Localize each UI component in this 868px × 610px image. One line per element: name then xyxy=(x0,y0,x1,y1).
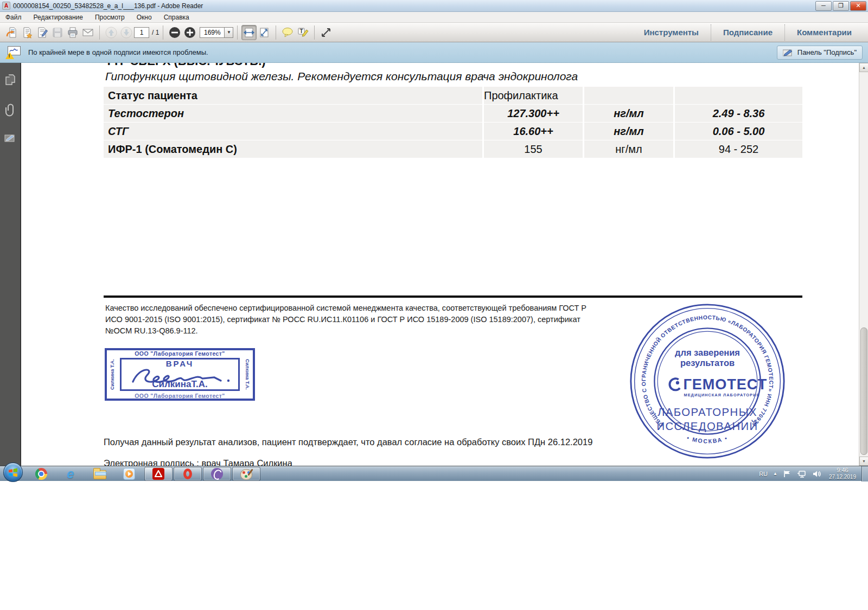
clock[interactable]: 9:46 27.12.2019 xyxy=(827,467,858,480)
page-thumbnails-icon xyxy=(5,74,16,86)
taskbar-explorer-button[interactable] xyxy=(86,467,114,481)
next-page-icon xyxy=(120,26,133,39)
clock-date: 27.12.2019 xyxy=(829,474,856,480)
row-value: 155 xyxy=(484,140,583,158)
paperclip-icon xyxy=(5,103,16,117)
stamp-center-line2: ИССЛЕДОВАНИЙ xyxy=(656,420,758,432)
chrome-icon xyxy=(35,468,47,480)
signature-panel-button-label: Панель "Подпись" xyxy=(797,48,857,56)
windows-flag-icon xyxy=(8,468,18,477)
zoom-in-icon xyxy=(183,26,196,39)
stamp-doctor-name: СилкинаТ.А. xyxy=(107,379,253,390)
vertical-scrollbar[interactable]: ▲ ▼ xyxy=(859,63,868,466)
tab-comment[interactable]: Комментарии xyxy=(785,28,864,37)
table-row: ИФР-1 (Соматомедин С) 155 нг/мл 94 - 252 xyxy=(104,140,801,158)
attachments-button[interactable] xyxy=(0,101,21,119)
toolbar-separator xyxy=(99,25,100,40)
taskbar-media-player-button[interactable] xyxy=(115,467,143,481)
menu-file[interactable]: Файл xyxy=(5,14,22,21)
toolbar-separator xyxy=(237,25,238,40)
taskbar-adobe-reader-button[interactable] xyxy=(144,467,173,481)
action-center-flag-icon[interactable] xyxy=(783,470,792,478)
stamp-org-bottom: ООО "Лаборатория Гемотест" xyxy=(107,393,253,399)
tab-tools[interactable]: Инструменты xyxy=(632,28,711,37)
show-hidden-icons-button[interactable]: ▲ xyxy=(773,471,777,476)
print-button[interactable] xyxy=(65,25,80,40)
footer-divider xyxy=(104,296,802,298)
row-range xyxy=(675,87,802,104)
signature-warning-message: По крайней мере в одной подписи имеются … xyxy=(28,48,208,56)
volume-icon[interactable] xyxy=(812,470,821,478)
window-title: 0000008154_00250_53482528_e_a_l___136.pd… xyxy=(13,2,203,10)
certification-text: Качество исследований обеспечено сертифи… xyxy=(105,303,602,337)
row-unit: нг/мл xyxy=(584,123,673,140)
sign-document-button[interactable] xyxy=(35,25,50,40)
tab-sign[interactable]: Подписание xyxy=(711,28,784,37)
table-row: Статус пациента Профилактика xyxy=(104,87,801,104)
zoom-in-button[interactable] xyxy=(182,25,197,40)
taskbar: e RU ▲ 9:46 27.12.2019 xyxy=(0,466,868,481)
fit-width-button[interactable] xyxy=(241,25,257,40)
taskbar-paint-button[interactable] xyxy=(232,467,260,481)
signatures-panel-button[interactable] xyxy=(0,129,21,147)
row-range: 2.49 - 8.36 xyxy=(675,105,802,122)
adobe-reader-icon xyxy=(152,468,164,480)
taskbar-internet-explorer-button[interactable]: e xyxy=(56,467,85,481)
show-desktop-button[interactable] xyxy=(861,466,868,481)
sign-document-icon xyxy=(36,27,48,38)
taskbar-opera-button[interactable] xyxy=(174,467,202,481)
internet-explorer-icon: e xyxy=(67,467,74,480)
stamp-purpose-line2: результатов xyxy=(680,358,735,368)
signature-panel-button[interactable]: Панель "Подпись" xyxy=(777,46,863,60)
signature-notification-bar: По крайней мере в одной подписи имеются … xyxy=(0,42,868,63)
taskbar-chrome-button[interactable] xyxy=(27,467,55,481)
folder-icon xyxy=(93,470,106,479)
minimize-button[interactable]: ─ xyxy=(815,1,832,11)
close-button[interactable]: ✕ xyxy=(850,1,866,11)
create-pdf-button[interactable] xyxy=(20,25,35,40)
stamp-purpose-line1: для заверения xyxy=(675,348,740,357)
menu-help[interactable]: Справка xyxy=(164,14,189,21)
row-range: 0.06 - 5.00 xyxy=(675,123,802,140)
navigation-sidebar xyxy=(0,63,21,466)
language-indicator[interactable]: RU xyxy=(759,471,768,477)
comment-button[interactable] xyxy=(280,25,295,40)
start-button[interactable] xyxy=(3,463,23,482)
previous-page-button[interactable] xyxy=(104,25,119,40)
screen: A 0000008154_00250_53482528_e_a_l___136.… xyxy=(0,0,868,610)
scroll-down-button[interactable]: ▼ xyxy=(859,457,868,466)
signature-pen-icon xyxy=(4,133,16,143)
network-icon[interactable] xyxy=(797,470,807,478)
toolbar-separator xyxy=(314,25,315,40)
save-button[interactable] xyxy=(50,25,65,40)
open-file-button[interactable] xyxy=(4,25,20,40)
email-icon xyxy=(82,27,94,38)
row-range: 94 - 252 xyxy=(675,140,802,158)
zoom-out-button[interactable] xyxy=(167,25,182,40)
scrollbar-thumb[interactable] xyxy=(860,328,867,455)
bittorrent-icon xyxy=(211,468,223,480)
page-number-input[interactable]: 1 xyxy=(134,27,149,38)
toolbar-separator xyxy=(163,25,163,40)
fullscreen-icon xyxy=(320,27,332,38)
next-page-button[interactable] xyxy=(119,25,134,40)
toolbar-separator xyxy=(276,25,276,40)
restore-button[interactable]: ❐ xyxy=(833,1,849,11)
taskbar-bittorrent-button[interactable] xyxy=(203,467,231,481)
fit-page-button[interactable] xyxy=(257,25,272,40)
scroll-up-button[interactable]: ▲ xyxy=(859,63,868,72)
results-table: Статус пациента Профилактика Тестостерон… xyxy=(104,87,801,158)
zoom-level-input[interactable]: 169% xyxy=(200,27,225,38)
pen-icon xyxy=(783,49,794,56)
page-thumbnails-button[interactable] xyxy=(0,70,21,89)
row-value: Профилактика xyxy=(484,87,583,104)
menu-window[interactable]: Окно xyxy=(137,14,152,21)
zoom-dropdown-button[interactable]: ▼ xyxy=(225,27,233,38)
comment-icon xyxy=(281,26,294,39)
email-button[interactable] xyxy=(80,25,95,40)
row-unit xyxy=(584,87,673,104)
highlight-text-button[interactable]: T xyxy=(295,25,310,40)
menu-view[interactable]: Просмотр xyxy=(95,14,125,21)
fullscreen-button[interactable] xyxy=(318,25,334,40)
menu-edit[interactable]: Редактирование xyxy=(34,14,83,21)
